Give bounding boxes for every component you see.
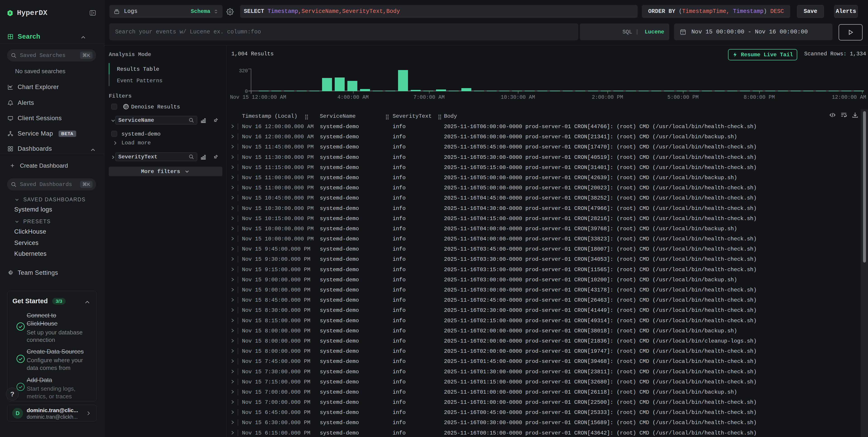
svg-text:1: 1 <box>682 32 684 34</box>
